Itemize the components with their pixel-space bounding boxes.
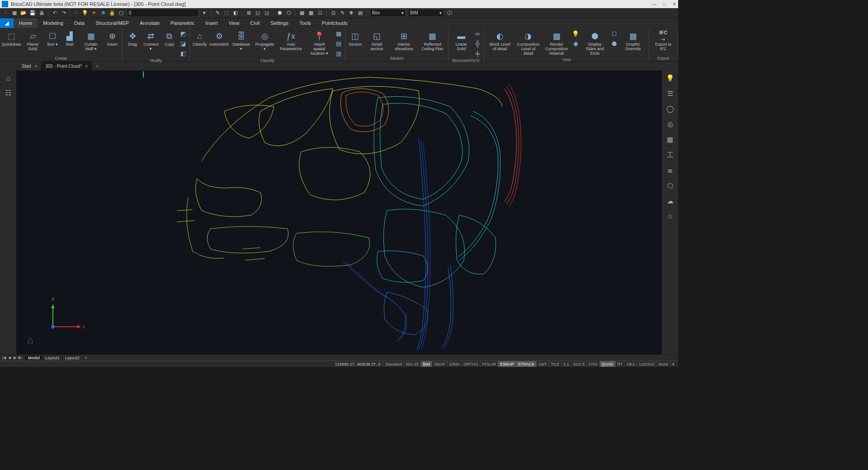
classify-button[interactable]: ⌂Classify bbox=[192, 29, 208, 48]
render-material-button[interactable]: ▩Render Composition Material bbox=[543, 29, 571, 57]
attach-spatial-button[interactable]: 📍Attach spatial location ▾ bbox=[306, 29, 333, 57]
classify-small-2[interactable]: ▤ bbox=[334, 39, 343, 48]
layout-last[interactable]: ▶| bbox=[18, 356, 23, 360]
menu-view[interactable]: View bbox=[223, 18, 245, 28]
tool-icon-14[interactable]: ▤ bbox=[357, 9, 364, 17]
status-tile[interactable]: TILE bbox=[549, 361, 561, 367]
graphic-override-button[interactable]: ▦Graphic Override bbox=[619, 29, 647, 52]
undo-icon[interactable]: ↶ bbox=[51, 9, 58, 17]
status-dropdown[interactable]: ▾ bbox=[670, 361, 676, 367]
tool-icon-4[interactable]: ⊞ bbox=[245, 9, 252, 17]
app-logo[interactable]: ◢ bbox=[0, 18, 14, 28]
open-icon[interactable]: 📂 bbox=[20, 9, 27, 17]
status-ortho[interactable]: ORTHO bbox=[461, 361, 480, 367]
status-ducs[interactable]: DUCS bbox=[571, 361, 587, 367]
tool-icon-12[interactable]: ✎ bbox=[339, 9, 346, 17]
classify-small-3[interactable]: ▥ bbox=[334, 49, 343, 58]
tool-icon-3[interactable]: ◧ bbox=[232, 9, 239, 17]
propagate-button[interactable]: ◎Propagate ▾ bbox=[253, 29, 276, 52]
status-1:1[interactable]: 1:1 bbox=[561, 361, 571, 367]
dropdown-icon[interactable]: ▾ bbox=[201, 9, 208, 17]
menu-insert[interactable]: Insert bbox=[200, 18, 223, 28]
connect-button[interactable]: ⇄Connect ▾ bbox=[142, 29, 160, 52]
add-tab-button[interactable]: + bbox=[92, 64, 102, 69]
status-lwt[interactable]: LWT bbox=[536, 361, 548, 367]
status-lockui[interactable]: LOCKUI bbox=[637, 361, 656, 367]
menu-civil[interactable]: Civil bbox=[245, 18, 265, 28]
status-iso-25[interactable]: ISO-25 bbox=[404, 361, 421, 367]
sliders-icon[interactable]: ☰ bbox=[665, 89, 675, 99]
status-strack[interactable]: STRACK bbox=[516, 361, 537, 367]
tool-icon-7[interactable]: ⬡ bbox=[285, 9, 292, 17]
menu-data[interactable]: Data bbox=[69, 18, 90, 28]
save-icon[interactable]: 💾 bbox=[29, 9, 36, 17]
view-small-1[interactable]: 💡 bbox=[571, 29, 580, 38]
curtain-wall-button[interactable]: ▦Curtain Wall ▾ bbox=[79, 29, 103, 52]
print-icon[interactable]: 🖶 bbox=[38, 9, 45, 17]
composition-level-button[interactable]: ◑Composition Level of detail bbox=[514, 29, 542, 57]
view-small-4[interactable]: ⬣ bbox=[609, 39, 618, 48]
menu-settings[interactable]: Settings bbox=[265, 18, 294, 28]
detail-section-button[interactable]: ◱Detail section bbox=[364, 29, 390, 52]
star-icon[interactable]: ☆ bbox=[665, 212, 675, 221]
layers-icon[interactable]: ≣ bbox=[665, 165, 675, 175]
add-layout[interactable]: + bbox=[82, 356, 90, 360]
tool-icon-8[interactable]: ▦ bbox=[298, 9, 306, 17]
bulb-panel-icon[interactable]: 💡 bbox=[665, 73, 675, 83]
layer-color-icon[interactable]: ▢ bbox=[118, 9, 125, 17]
drawing-canvas[interactable]: Y X ⌂ bbox=[16, 70, 662, 354]
tool-icon-11[interactable]: ⊡ bbox=[330, 9, 337, 17]
structure-small-2[interactable]: ╬ bbox=[473, 39, 482, 48]
status-rt[interactable]: RT bbox=[615, 361, 625, 367]
new-icon[interactable]: ▦ bbox=[11, 9, 18, 17]
status-grid[interactable]: GRID bbox=[447, 361, 462, 367]
menu-modeling[interactable]: Modeling bbox=[38, 18, 69, 28]
cloud-icon[interactable]: ☁ bbox=[665, 196, 675, 206]
target-icon[interactable]: ◎ bbox=[665, 119, 675, 129]
planar-solid-button[interactable]: ▱Planar Solid bbox=[22, 29, 44, 52]
bulb-icon[interactable]: 💡 bbox=[81, 9, 89, 17]
home-icon[interactable]: ⌂ bbox=[3, 73, 13, 83]
grid-icon[interactable]: ▦ bbox=[665, 135, 675, 145]
interior-elevations-button[interactable]: ⊞Interior elevations bbox=[390, 29, 418, 52]
drag-button[interactable]: ✥Drag bbox=[124, 29, 141, 48]
sun-icon[interactable]: ☀ bbox=[90, 9, 98, 17]
tool-icon-5[interactable]: ◱ bbox=[254, 9, 261, 17]
minimize-button[interactable]: — bbox=[651, 1, 656, 7]
layout-prev[interactable]: ◀ bbox=[7, 356, 12, 360]
close-icon[interactable]: ✕ bbox=[34, 64, 38, 69]
structure-small-3[interactable]: ╪ bbox=[473, 49, 482, 58]
modify-small-3[interactable]: ◧ bbox=[179, 49, 188, 58]
view-home-icon[interactable]: ⌂ bbox=[27, 334, 33, 346]
view-small-2[interactable]: ◉ bbox=[571, 39, 580, 48]
menu-home[interactable]: Home bbox=[14, 18, 38, 28]
model-tab[interactable]: Model bbox=[25, 356, 42, 360]
layout2-tab[interactable]: Layout2 bbox=[62, 356, 82, 360]
reflected-ceiling-button[interactable]: ▦Reflected Ceiling Plan bbox=[419, 29, 446, 52]
modify-small-2[interactable]: ◪ bbox=[179, 39, 188, 48]
cube-panel-icon[interactable]: ⬡ bbox=[665, 181, 675, 191]
doc-tab-start[interactable]: Start✕ bbox=[18, 61, 42, 70]
ibeam-icon[interactable]: 工 bbox=[665, 150, 675, 160]
qat-handle-2[interactable]: ⠿ bbox=[73, 11, 80, 15]
cube-icon[interactable]: ⬢ bbox=[276, 9, 283, 17]
status-dyn[interactable]: DYN bbox=[587, 361, 599, 367]
freeze-icon[interactable]: ❄ bbox=[99, 9, 107, 17]
lock-icon[interactable]: 🔒 bbox=[108, 9, 116, 17]
workspace-combo-2[interactable]: BIM▾ bbox=[408, 9, 444, 17]
balloon-icon[interactable]: ◯ bbox=[665, 104, 675, 114]
menu-structural[interactable]: Structural/MEP bbox=[90, 18, 134, 28]
status-bim[interactable]: BIM bbox=[420, 361, 432, 367]
modify-small-1[interactable]: ◩ bbox=[179, 29, 188, 38]
menu-parametric[interactable]: Parametric bbox=[165, 18, 200, 28]
stair-button[interactable]: ▟Stair bbox=[61, 29, 78, 48]
menu-annotate[interactable]: Annotate bbox=[134, 18, 165, 28]
doc-tab-pointcloud[interactable]: 305 - Point Cloud*✕ bbox=[42, 61, 92, 70]
status-polar[interactable]: POLAR bbox=[480, 361, 498, 367]
classify-small-1[interactable]: ▦ bbox=[334, 29, 343, 38]
copy-button[interactable]: ⧉Copy bbox=[161, 29, 178, 48]
automatch-button[interactable]: ⚙Automatch bbox=[209, 29, 230, 48]
tool-icon[interactable]: ✎ bbox=[214, 9, 221, 17]
redo-icon[interactable]: ↷ bbox=[60, 9, 67, 17]
linear-solid-button[interactable]: ▬Linear Solid bbox=[450, 29, 472, 52]
